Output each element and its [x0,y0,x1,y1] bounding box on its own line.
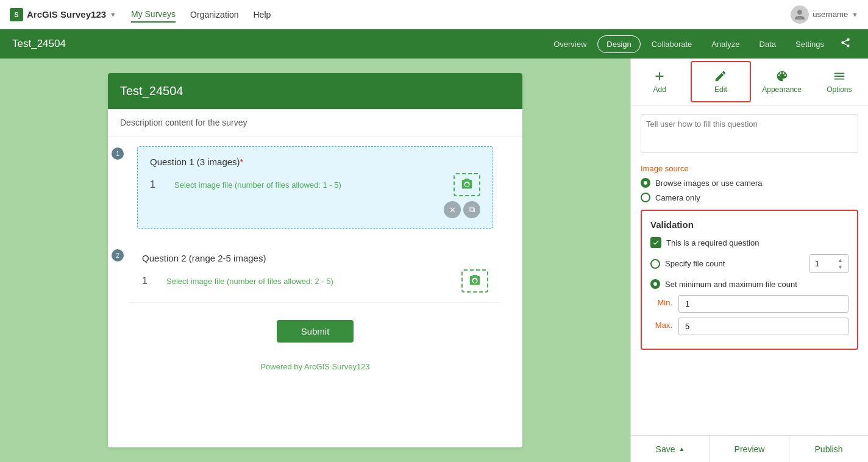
snav-data[interactable]: Data [751,36,784,52]
snav-analyze[interactable]: Analyze [703,36,748,52]
survey-title: Test_24504 [12,38,545,50]
spinner-arrows[interactable]: ▲ ▼ [838,257,843,270]
panel-tool-appearance[interactable]: Appearance [753,59,811,105]
question-2-input-row: 1 Select image file (number of files all… [142,269,488,293]
min-label: Min. [650,298,672,307]
question-2-file-text: Select image file (number of files allow… [166,277,455,286]
min-input[interactable] [678,295,848,313]
specify-file-count-row[interactable]: Specify file count 1 ▲ ▼ [650,254,848,273]
question-1-input-row: 1 Select image file (number of files all… [150,173,480,196]
radio-camera-only-label: Camera only [655,193,700,202]
question-1-file-text: Select image file (number of files allow… [174,180,447,190]
user-dropdown-icon[interactable]: ▼ [852,11,858,18]
survey-form: Test_24504 Description content for the s… [108,73,522,447]
question-1-label: Question 1 (3 images)* [150,157,480,167]
file-count-value: 1 [815,259,819,268]
form-header: Test_24504 [108,73,522,109]
save-label: Save [656,444,675,454]
snav-design[interactable]: Design [597,35,640,53]
question-2[interactable]: Question 2 (range 2-5 images) 1 Select i… [130,243,500,303]
snav-settings[interactable]: Settings [787,36,833,52]
avatar-image [791,5,809,24]
save-button[interactable]: Save ▲ [631,436,710,462]
set-min-max-radio[interactable] [650,279,660,289]
validation-box: Validation This is a required question S… [641,210,858,350]
question-1-actions: ✕ ⧉ [150,201,480,218]
question-2-file-num: 1 [142,275,160,286]
min-row: Min. Max. [650,295,848,335]
question-2-badge: 2 [112,249,124,261]
radio-browse-images-indicator [641,178,650,188]
publish-button[interactable]: Publish [789,436,868,462]
survey-canvas: Test_24504 Description content for the s… [0,59,630,462]
spinner-down[interactable]: ▼ [838,264,843,270]
logo-icon: S [10,8,23,21]
radio-camera-only-indicator [641,193,650,202]
panel-tool-edit[interactable]: Edit [691,61,750,102]
bottom-bar: Save ▲ Preview Publish [631,435,868,462]
required-checkbox-row[interactable]: This is a required question [650,237,848,248]
tool-edit-label: Edit [714,85,727,94]
tool-add-label: Add [653,85,666,94]
app-logo[interactable]: S ArcGIS Survey123 ▼ [10,8,116,21]
submit-area: Submit [108,308,522,355]
powered-by: Powered by ArcGIS Survey123 [108,355,522,378]
question-1[interactable]: Question 1 (3 images)* 1 Select image fi… [137,146,493,229]
file-count-spinner[interactable]: 1 ▲ ▼ [809,254,848,273]
share-icon[interactable] [835,35,856,53]
question-1-copy-button[interactable]: ⧉ [463,201,480,218]
required-checkbox[interactable] [650,237,661,248]
question-1-file-num: 1 [150,179,168,190]
nav-help[interactable]: Help [253,7,271,22]
app-dropdown-icon[interactable]: ▼ [110,11,116,18]
nav-my-surveys[interactable]: My Surveys [131,7,176,23]
preview-label: Preview [735,444,765,454]
survey-nav-links: Overview Design Collaborate Analyze Data… [545,35,856,53]
panel-body: Image source Browse images or use camera… [631,105,868,435]
max-label: Max. [650,321,672,330]
validation-title: Validation [650,219,848,230]
max-input[interactable] [678,318,848,335]
question-1-delete-button[interactable]: ✕ [444,201,461,218]
panel-tool-add[interactable]: Add [631,59,688,105]
specify-count-label: Specify file count [665,259,805,268]
preview-button[interactable]: Preview [710,436,789,462]
right-panel: Add Edit Appearance Options Image source… [630,59,868,462]
app-name: ArcGIS Survey123 [27,9,106,20]
survey-navigation: Test_24504 Overview Design Collaborate A… [0,29,868,59]
radio-browse-images[interactable]: Browse images or use camera [641,178,858,188]
set-min-max-label: Set minimum and maximum file count [665,280,797,289]
username-label: username [813,10,848,19]
required-label: This is a required question [666,238,759,247]
spinner-up[interactable]: ▲ [838,257,843,263]
image-source-label: Image source [641,164,858,173]
question-2-camera-button[interactable] [461,269,488,293]
hint-textarea[interactable] [641,114,858,153]
radio-browse-images-label: Browse images or use camera [655,179,763,188]
panel-toolbar: Add Edit Appearance Options [631,59,868,105]
top-navigation: S ArcGIS Survey123 ▼ My Surveys Organiza… [0,0,868,29]
set-min-max-row[interactable]: Set minimum and maximum file count [650,279,848,289]
tool-options-label: Options [827,85,852,94]
question-2-label: Question 2 (range 2-5 images) [142,253,488,263]
snav-overview[interactable]: Overview [545,36,595,52]
user-avatar[interactable]: username ▼ [791,5,858,24]
form-description: Description content for the survey [108,109,522,137]
save-chevron-icon[interactable]: ▲ [679,446,685,452]
publish-label: Publish [815,444,843,454]
tool-appearance-label: Appearance [762,85,802,94]
question-1-camera-button[interactable] [454,173,480,196]
panel-tool-options[interactable]: Options [811,59,868,105]
main-content: Test_24504 Description content for the s… [0,59,868,462]
question-1-badge: 1 [112,147,124,160]
specify-count-radio[interactable] [650,259,660,269]
radio-camera-only[interactable]: Camera only [641,193,858,202]
snav-collaborate[interactable]: Collaborate [643,36,701,52]
submit-button[interactable]: Submit [277,320,354,343]
nav-organization[interactable]: Organization [190,7,238,22]
